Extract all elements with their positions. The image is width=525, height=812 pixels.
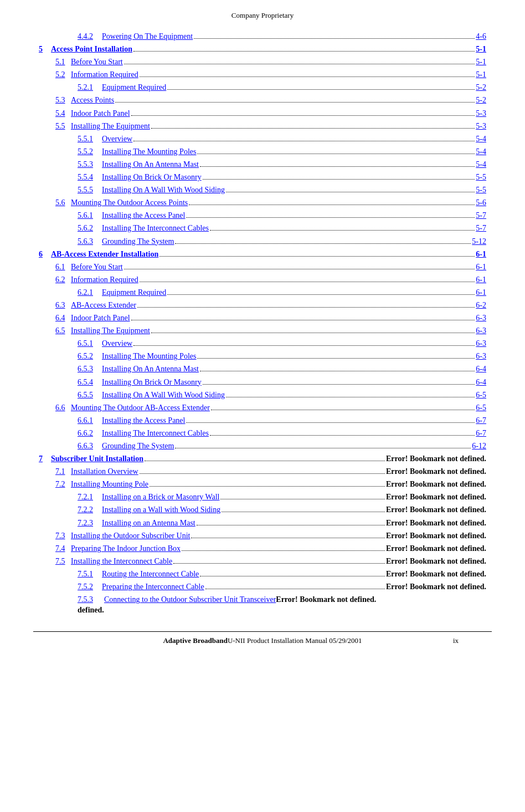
toc-page[interactable]: 6-4	[476, 376, 486, 389]
toc-entry[interactable]: 7.5Installing the Interconnect CableErro…	[39, 555, 486, 568]
toc-entry[interactable]: 6AB-Access Extender Installation6-1	[39, 248, 486, 261]
toc-entry[interactable]: 6.5.3Installing On An Antenna Mast6-4	[39, 362, 486, 375]
toc-page[interactable]: 5-1	[476, 55, 486, 68]
toc-entry[interactable]: 5.4Indoor Patch Panel5-3	[39, 107, 486, 120]
toc-entry[interactable]: 6.1Before You Start6-1	[39, 261, 486, 273]
toc-title[interactable]: Installing On An Antenna Mast	[102, 362, 199, 375]
toc-num[interactable]: 6.5.4	[78, 376, 102, 389]
toc-page[interactable]: 5-2	[476, 94, 486, 106]
toc-page[interactable]: 5-5	[476, 171, 486, 183]
toc-entry[interactable]: 6.3AB-Access Extender6-2	[39, 299, 486, 311]
toc-title[interactable]: Installing The Interconnect Cables	[102, 427, 209, 440]
toc-entry[interactable]: 6.6Mounting The Outdoor AB-Access Extend…	[39, 401, 486, 414]
toc-page[interactable]: 6-3	[476, 311, 486, 324]
toc-title[interactable]: Grounding The System	[102, 235, 174, 248]
toc-title[interactable]: AB-Access Extender	[71, 299, 136, 311]
toc-num[interactable]: 6.6	[55, 401, 71, 414]
toc-title[interactable]: Indoor Patch Panel	[71, 311, 130, 324]
toc-title[interactable]: Before You Start	[71, 55, 123, 68]
toc-num[interactable]: 5	[39, 43, 51, 55]
toc-page[interactable]: 5-5	[476, 183, 486, 196]
toc-num[interactable]: 7.2.2	[78, 503, 102, 516]
toc-entry[interactable]: 5.5Installing The Equipment5-3	[39, 120, 486, 132]
toc-title[interactable]: Installing The Mounting Poles	[102, 145, 196, 158]
toc-num[interactable]: 7.2.1	[78, 491, 102, 503]
toc-entry[interactable]: 6.5Installing The Equipment6-3	[39, 324, 486, 337]
toc-title[interactable]: Installing The Interconnect Cables	[102, 222, 209, 234]
toc-page[interactable]: 5-2	[476, 81, 486, 94]
toc-entry[interactable]: 6.6.2Installing The Interconnect Cables6…	[39, 427, 486, 440]
toc-title[interactable]: Installing on a Wall with Wood Siding	[102, 503, 220, 516]
toc-entry[interactable]: 6.2.1Equipment Required6-1	[39, 286, 486, 299]
toc-title[interactable]: Powering On The Equipment	[102, 30, 193, 43]
toc-num[interactable]: 5.5.3	[78, 158, 102, 171]
toc-entry[interactable]: 5.5.5Installing On A Wall With Wood Sidi…	[39, 183, 486, 196]
toc-title[interactable]: Installing On Brick Or Masonry	[102, 376, 202, 389]
toc-num[interactable]: 7.1	[55, 465, 71, 478]
toc-title[interactable]: Mounting The Outdoor AB-Access Extender	[71, 401, 210, 414]
toc-title[interactable]: Equipment Required	[102, 81, 166, 94]
toc-entry[interactable]: 5.6.2Installing The Interconnect Cables5…	[39, 222, 486, 234]
toc-num[interactable]: 5.1	[55, 55, 71, 68]
toc-page[interactable]: 5-6	[476, 196, 486, 209]
toc-entry[interactable]: 7.5.2Preparing the Interconnect CableErr…	[39, 580, 486, 593]
toc-entry[interactable]: 5.5.4Installing On Brick Or Masonry5-5	[39, 171, 486, 183]
toc-num[interactable]: 5.4	[55, 107, 71, 120]
toc-page[interactable]: 6-7	[476, 414, 486, 427]
toc-title[interactable]: Subscriber Unit Installation	[51, 452, 143, 465]
toc-num[interactable]: 5.2	[55, 68, 71, 81]
toc-title[interactable]: Installing On Brick Or Masonry	[102, 171, 202, 183]
toc-entry[interactable]: 6.5.2Installing The Mounting Poles6-3	[39, 350, 486, 362]
toc-num[interactable]: 7.5	[55, 555, 71, 568]
toc-page[interactable]: 6-3	[476, 350, 486, 362]
toc-title[interactable]: Installing the Access Panel	[102, 414, 185, 427]
toc-entry[interactable]: 5.3Access Points5-2	[39, 94, 486, 106]
toc-title[interactable]: Equipment Required	[102, 286, 166, 299]
toc-num[interactable]: 5.5.2	[78, 145, 102, 158]
toc-num[interactable]: 5.3	[55, 94, 71, 106]
toc-page[interactable]: 6-1	[476, 286, 486, 299]
toc-num[interactable]: 7.2.3	[78, 517, 102, 529]
toc-num[interactable]: 6.5	[55, 324, 71, 337]
toc-page[interactable]: 6-7	[476, 427, 486, 440]
toc-num[interactable]: 7.5.2	[78, 580, 102, 593]
toc-entry[interactable]: 5Access Point Installation5-1	[39, 43, 486, 55]
toc-page[interactable]: 6-1	[476, 261, 486, 273]
toc-page[interactable]: 5-1	[476, 43, 486, 55]
toc-page[interactable]: 5-1	[476, 68, 486, 81]
toc-page[interactable]: 5-3	[476, 120, 486, 132]
toc-title[interactable]: Information Required	[71, 273, 138, 286]
toc-entry[interactable]: 5.2Information Required5-1	[39, 68, 486, 81]
toc-title[interactable]: Installing The Mounting Poles	[102, 350, 196, 362]
toc-entry[interactable]: 7.5.3Connecting to the Outdoor Subscribe…	[39, 593, 486, 606]
toc-title[interactable]: Installing On A Wall With Wood Siding	[102, 183, 225, 196]
toc-entry[interactable]: 6.2Information Required6-1	[39, 273, 486, 286]
toc-entry[interactable]: 6.5.5Installing On A Wall With Wood Sidi…	[39, 389, 486, 401]
toc-page[interactable]: 6-5	[476, 389, 486, 401]
toc-entry[interactable]: 6.4Indoor Patch Panel6-3	[39, 311, 486, 324]
toc-num[interactable]: 5.5.5	[78, 183, 102, 196]
toc-num[interactable]: 5.5.1	[78, 132, 102, 145]
toc-title[interactable]: Overview	[102, 132, 132, 145]
toc-entry[interactable]: 5.5.3Installing On An Antenna Mast5-4	[39, 158, 486, 171]
toc-entry[interactable]: 7.2Installing Mounting PoleError! Bookma…	[39, 478, 486, 491]
toc-entry[interactable]: 6.6.3Grounding The System6-12	[39, 440, 486, 452]
toc-num[interactable]: 7.3	[55, 529, 71, 542]
toc-num[interactable]: 7.4	[55, 542, 71, 555]
toc-page[interactable]: 5-7	[476, 209, 486, 222]
toc-num[interactable]: 7.5.1	[78, 568, 102, 580]
toc-title[interactable]: Installing On An Antenna Mast	[102, 158, 199, 171]
toc-entry[interactable]: 5.5.2Installing The Mounting Poles5-4	[39, 145, 486, 158]
toc-page[interactable]: 5-4	[476, 158, 486, 171]
toc-num[interactable]: 6.5.2	[78, 350, 102, 362]
toc-entry[interactable]: 7.2.1Installing on a Brick or Masonry Wa…	[39, 491, 486, 503]
toc-num[interactable]: 6.6.2	[78, 427, 102, 440]
toc-num[interactable]: 5.5.4	[78, 171, 102, 183]
toc-title[interactable]: Installing the Access Panel	[102, 209, 185, 222]
toc-num[interactable]: 6.4	[55, 311, 71, 324]
toc-title[interactable]: Access Point Installation	[51, 43, 132, 55]
toc-entry[interactable]: 6.6.1Installing the Access Panel6-7	[39, 414, 486, 427]
toc-num[interactable]: 6.2.1	[78, 286, 102, 299]
toc-entry[interactable]: 7.1Installation OverviewError! Bookmark …	[39, 465, 486, 478]
toc-num[interactable]: 5.5	[55, 120, 71, 132]
